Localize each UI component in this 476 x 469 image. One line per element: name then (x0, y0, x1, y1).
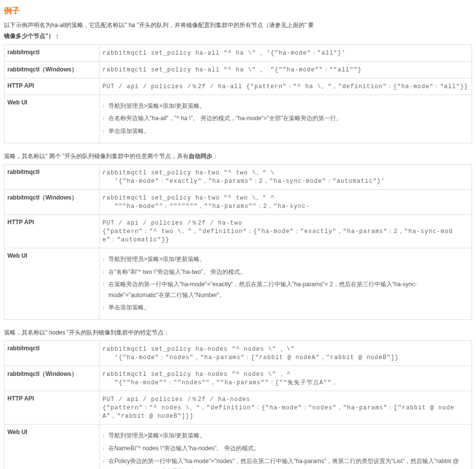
label-rabbitmqctl: rabbitmqctl (4, 164, 100, 189)
ex2-http: PUT / api / policies /％2f / ha-two {"pat… (100, 214, 472, 248)
ex1-rabbitmqctl: rabbitmqctl set_policy ha-all "^ ha \" 。… (100, 44, 472, 61)
label-http-api: HTTP API (4, 214, 100, 248)
list-item: 在Name和"^ nodes \"旁边输入"ha-nodes"。 旁边的模式。 (102, 443, 469, 454)
list-item: 在"名称"和"^ two \"旁边输入"ha-two"。 旁边的模式。 (102, 267, 469, 278)
example2-table: rabbitmqctl rabbitmqctl set_policy ha-tw… (4, 164, 472, 320)
list-item: 导航到管理员>策略>添加/更新策略。 (102, 254, 469, 265)
label-rabbitmqctl-win: rabbitmqctl（Windows） (4, 189, 100, 214)
example1-table: rabbitmqctl rabbitmqctl set_policy ha-al… (4, 44, 472, 143)
list-item: 单击添加策略。 (102, 126, 469, 137)
ex1-http: PUT / api / policies /％2f / ha-all {"pat… (100, 78, 472, 95)
list-item: 在名称旁边输入"ha-all"，"^ ha \"。 旁边的模式，"ha-mode… (102, 113, 469, 124)
ex1-rabbitmqctl-win: rabbitmqctl set_policy ha-all "^ ha \" 。… (100, 61, 472, 78)
label-rabbitmqctl-win: rabbitmqctl（Windows） (4, 366, 100, 391)
label-web-ui: Web UI (4, 425, 100, 469)
ex3-http: PUT / api / policies /％2f / ha-nodes {"p… (100, 391, 472, 425)
ex2-rabbitmqctl: rabbitmqctl set_policy ha-two "^ two \。"… (100, 164, 472, 189)
intro-text-1: 以下示例声明名为ha-all的策略，它匹配名称以" ha "开头的队列，并将镜像… (4, 20, 472, 30)
list-item: 导航到管理员>策略>添加/更新策略。 (102, 101, 469, 112)
label-http-api: HTTP API (4, 78, 100, 95)
ex3-intro: 策略，其名称以" nodes "开头的队列镜像到集群中的特定节点： (4, 328, 472, 337)
label-rabbitmqctl: rabbitmqctl (4, 341, 100, 366)
label-web-ui: Web UI (4, 95, 100, 143)
example3-table: rabbitmqctl rabbitmqctl set_policy ha-no… (4, 340, 472, 469)
ex2-rabbitmqctl-win: rabbitmqctl set_policy ha-two "^ two \。"… (100, 189, 472, 214)
label-rabbitmqctl: rabbitmqctl (4, 44, 100, 61)
list-item: 在Policy旁边的第一行中输入"ha-mode"="nodes"，然后在第二行… (102, 456, 469, 469)
label-web-ui: Web UI (4, 248, 100, 319)
ex3-rabbitmqctl: rabbitmqctl set_policy ha-nodes "^ nodes… (100, 341, 472, 366)
ex3-rabbitmqctl-win: rabbitmqctl set_policy ha-nodes "^ nodes… (100, 366, 472, 391)
list-item: 在策略旁边的第一行中输入"ha-mode"="exactly"，然后在第二行中输… (102, 279, 469, 301)
ex2-webui: 导航到管理员>策略>添加/更新策略。 在"名称"和"^ two \"旁边输入"h… (100, 248, 472, 319)
list-item: 导航到管理员>策略>添加/更新策略。 (102, 431, 469, 441)
ex1-webui: 导航到管理员>策略>添加/更新策略。 在名称旁边输入"ha-all"，"^ ha… (100, 95, 472, 143)
section-title: 例子 (4, 6, 472, 16)
ex2-intro: 策略，其名称以" 两个 "开头的队列镜像到集群中的任意两个节点，具有自动同步： (4, 151, 472, 161)
list-item: 单击添加策略。 (102, 302, 469, 313)
label-rabbitmqctl-win: rabbitmqctl（Windows） (4, 61, 100, 78)
ex3-webui: 导航到管理员>策略>添加/更新策略。 在Name和"^ nodes \"旁边输入… (100, 425, 472, 469)
intro-text-2: 镜像多少个节点"）： (4, 31, 472, 41)
label-http-api: HTTP API (4, 391, 100, 425)
